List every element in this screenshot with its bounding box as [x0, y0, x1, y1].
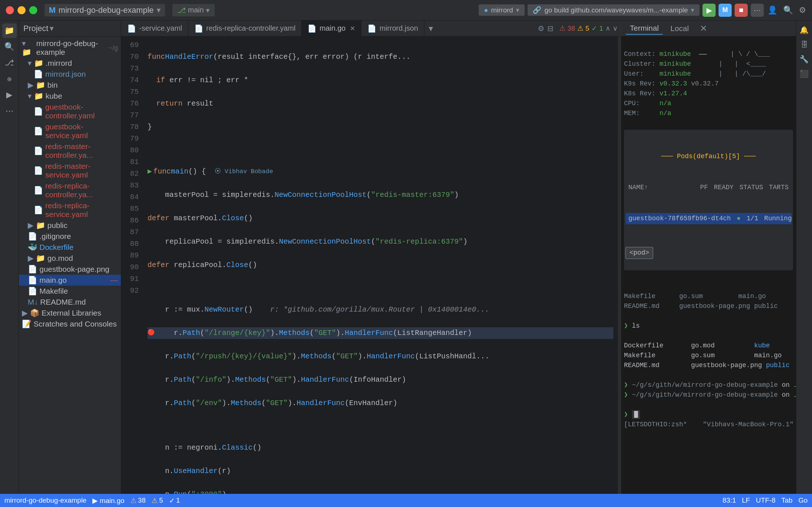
file-tree: ▾ 📁 mirrord-go-debug-example ~/g ▾ 📁 .mi…: [19, 37, 121, 507]
status-language[interactable]: Go: [798, 496, 808, 504]
tree-public[interactable]: ▶ 📁 public: [19, 220, 121, 231]
line-numbers: 6970737475767778798081828384858687888990…: [121, 37, 143, 507]
img-icon: 📄: [28, 265, 37, 274]
titlebar: M mirrord-go-debug-example ▾ ⎇ main ▾ ● …: [0, 0, 812, 20]
tree-scratches[interactable]: 📝 Scratches and Consoles: [19, 319, 121, 329]
build-label[interactable]: 🔗 go build github.com/waveywaves/m...-ex…: [528, 4, 700, 16]
status-errors[interactable]: ⚠ 38: [130, 496, 146, 505]
tree-redis-master-svc[interactable]: 📄 redis-master-service.yaml: [19, 161, 121, 180]
project-label[interactable]: M mirrord-go-debug-example ▾: [45, 4, 165, 16]
avatar-icon[interactable]: 👤: [767, 5, 777, 15]
tree-maingo[interactable]: 📄 main.go —: [19, 275, 121, 286]
text-icon: 📄: [28, 232, 37, 241]
tree-kube[interactable]: ▾ 📁 kube: [19, 91, 121, 102]
stop-button[interactable]: ■: [735, 4, 748, 17]
status-warnings[interactable]: ⚠ 5: [152, 496, 163, 505]
status-file[interactable]: ▶ main.go: [92, 496, 125, 505]
status-line-ending[interactable]: LF: [742, 496, 750, 504]
database-icon[interactable]: 🗄: [798, 38, 811, 51]
terminal-tabs: Terminal Local ✕: [621, 20, 796, 37]
tree-redis-master-ctrl[interactable]: 📄 redis-master-controller.ya...: [19, 141, 121, 161]
tree-makefile[interactable]: 📄 Makefile: [19, 286, 121, 297]
notifications-icon[interactable]: 🔔: [798, 23, 811, 37]
tree-readme[interactable]: M↓ README.md: [19, 297, 121, 308]
fullscreen-button[interactable]: [29, 6, 37, 14]
tree-guestbook-service[interactable]: 📄 guestbook-service.yaml: [19, 121, 121, 141]
terminal-right-icon[interactable]: ⬛: [798, 67, 811, 80]
tree-mirrord-json[interactable]: 📄 mirrord.json: [19, 69, 121, 80]
error-indicators: ⚠ 38 ⚠ 5 ✓ 1 ∧ ∨: [556, 24, 621, 33]
tree-redis-replica-ctrl[interactable]: 📄 redis-replica-controller.ya...: [19, 180, 121, 200]
tree-guestbook-controller[interactable]: 📄 guestbook-controller.yaml: [19, 102, 121, 121]
json-icon: 📄: [34, 70, 43, 79]
status-right: 83:1 LF UTF-8 Tab Go: [723, 496, 808, 504]
folder-icon: ▾ 📁: [28, 92, 43, 100]
status-indent[interactable]: Tab: [781, 496, 793, 504]
folder-icon: ▾ 📁: [28, 59, 43, 68]
makefile-icon: 📄: [28, 287, 37, 296]
tree-gomod[interactable]: ▶ 📁 go.mod: [19, 253, 121, 264]
terminal-area: Terminal Local ✕ Context: minikube —— | …: [621, 20, 796, 507]
tree-redis-replica-svc[interactable]: 📄 redis-replica-service.yaml: [19, 200, 121, 220]
gradle-icon[interactable]: 🔧: [798, 53, 811, 66]
code-editor[interactable]: func HandleError(result interface{}, err…: [143, 37, 618, 507]
yaml-icon: 📄: [34, 186, 43, 195]
status-line-col[interactable]: 83:1: [723, 496, 736, 504]
sidebar-icon-search[interactable]: 🔍: [2, 39, 17, 54]
tree-guestbook-page[interactable]: 📄 guestbook-page.png: [19, 264, 121, 275]
docker-icon: 🐳: [28, 243, 37, 252]
more-tabs-button[interactable]: ▾: [424, 20, 437, 37]
mirrord-label[interactable]: ● mirrord ▾: [479, 4, 525, 16]
status-encoding[interactable]: UTF-8: [756, 496, 775, 504]
folder-icon: ▾ 📁: [22, 39, 34, 57]
settings-icon[interactable]: ⚙: [799, 5, 806, 15]
close-button[interactable]: [6, 6, 14, 14]
pod-table: ─── Pods(default)[5] ─── NAME↑PFREADYSTA…: [624, 130, 793, 270]
folder-icon: ▶ 📁: [28, 254, 45, 263]
terminal-body[interactable]: Context: minikube —— | \ / \___ Cluster:…: [621, 37, 796, 507]
right-sidebar-icons: 🔔 🗄 🔧 ⬛: [796, 20, 812, 507]
yaml-icon: 📄: [34, 127, 43, 136]
tab-local[interactable]: Local: [666, 23, 693, 34]
tree-root[interactable]: ▾ 📁 mirrord-go-debug-example ~/g: [19, 38, 121, 58]
status-ok[interactable]: ✓ 1: [169, 496, 180, 505]
yaml-icon: 📄: [34, 107, 43, 116]
editor-split-icon[interactable]: ⊟: [547, 24, 554, 33]
editor-settings-icon[interactable]: ⚙: [538, 24, 544, 33]
minimize-button[interactable]: [18, 6, 26, 14]
traffic-lights: [6, 6, 37, 14]
sidebar-icon-vcs[interactable]: ⎇: [2, 56, 17, 70]
tree-gitignore[interactable]: 📄 .gitignore: [19, 231, 121, 242]
sidebar-icon-run[interactable]: ▶: [2, 88, 17, 102]
run-button[interactable]: ▶: [702, 4, 716, 17]
folder-icon: ▶ 📁: [28, 81, 45, 89]
tab-maingo[interactable]: 📄 main.go ✕: [302, 20, 361, 37]
sidebar-icon-project[interactable]: 📁: [2, 23, 17, 38]
tree-bin[interactable]: ▶ 📁 bin: [19, 80, 121, 91]
tab-terminal[interactable]: Terminal: [625, 22, 663, 35]
tab-mirrord-json[interactable]: 📄 mirrord.json: [361, 20, 424, 37]
tab-service-yaml[interactable]: 📄 -service.yaml: [121, 20, 188, 37]
branch-tab[interactable]: ⎇ main ▾: [172, 4, 215, 16]
editor-content: 6970737475767778798081828384858687888990…: [121, 37, 621, 507]
search-icon[interactable]: 🔍: [783, 5, 793, 15]
tab-redis-replica[interactable]: 📄 redis-replica-controller.yaml: [188, 20, 302, 37]
yaml-icon: 📄: [34, 166, 43, 175]
md-icon: M↓: [28, 298, 38, 306]
tree-dockerfile[interactable]: 🐳 Dockerfile: [19, 242, 121, 253]
sidebar-icon-more[interactable]: ⋯: [2, 104, 17, 118]
status-bar: mirrord-go-debug-example ▶ main.go ⚠ 38 …: [0, 494, 812, 507]
more-button[interactable]: ⋯: [751, 4, 764, 17]
status-project[interactable]: mirrord-go-debug-example: [4, 496, 87, 504]
tree-mirrord[interactable]: ▾ 📁 .mirrord: [19, 58, 121, 69]
close-terminal-icon[interactable]: ✕: [698, 23, 709, 34]
project-panel-header: Project ▾: [19, 20, 121, 37]
mirrord-run-button[interactable]: M: [719, 4, 732, 17]
go-icon: 📄: [28, 276, 37, 285]
close-tab-icon[interactable]: ✕: [350, 24, 355, 33]
sidebar-icon-branches[interactable]: ⊕: [2, 72, 17, 86]
editor-tabs: 📄 -service.yaml 📄 redis-replica-controll…: [121, 20, 621, 37]
folder-icon: ▶ 📦: [22, 309, 39, 317]
editor-scrollbar[interactable]: [618, 37, 621, 507]
tree-external-libs[interactable]: ▶ 📦 External Libraries: [19, 308, 121, 319]
